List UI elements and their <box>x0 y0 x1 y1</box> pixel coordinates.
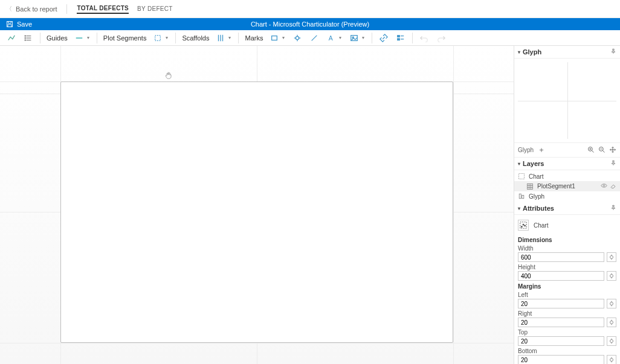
width-input[interactable] <box>518 252 604 262</box>
divider <box>97 33 97 43</box>
bind-button[interactable] <box>607 271 616 281</box>
mark-line-button[interactable] <box>308 33 321 43</box>
mark-text-button[interactable]: A▾ <box>325 33 344 43</box>
svg-text:A: A <box>329 34 333 41</box>
tab-by-defect[interactable]: BY DEFECT <box>137 4 173 13</box>
region-icon <box>153 34 162 42</box>
pin-button[interactable] <box>610 160 616 167</box>
attributes-object: Chart <box>518 217 616 234</box>
back-label: Back to report <box>16 5 57 13</box>
glyph-canvas[interactable] <box>514 59 620 143</box>
save-icon <box>6 21 13 28</box>
svg-rect-45 <box>522 196 524 199</box>
erase-button[interactable] <box>610 182 616 190</box>
bind-button[interactable] <box>607 252 616 262</box>
guide-line <box>0 343 514 343</box>
visibility-toggle[interactable] <box>601 182 607 190</box>
layer-glyph[interactable]: Glyph <box>514 191 620 201</box>
pin-button[interactable] <box>610 205 616 212</box>
bind-icon <box>609 319 615 325</box>
margin-bottom-input[interactable] <box>518 355 604 364</box>
mark-symbol-button[interactable] <box>291 33 304 43</box>
dimensions-heading: Dimensions <box>518 237 616 243</box>
height-label: Height <box>518 264 616 270</box>
svg-point-65 <box>610 359 613 362</box>
width-label: Width <box>518 245 616 252</box>
layer-plotsegment1[interactable]: PlotSegment1 <box>514 181 620 191</box>
zoom-out-icon <box>598 146 605 153</box>
svg-point-15 <box>296 36 299 39</box>
marks-label: Marks <box>244 34 264 42</box>
svg-point-56 <box>610 302 613 305</box>
layer-chart[interactable]: Chart <box>514 171 620 181</box>
glyph-panel-header: ▾Glyph <box>514 46 620 59</box>
zoom-fit-button[interactable] <box>609 146 616 155</box>
margin-top-input[interactable] <box>518 336 604 346</box>
add-glyph-button[interactable]: ＋ <box>538 145 545 154</box>
bind-button[interactable] <box>607 299 616 308</box>
object-label: Chart <box>534 222 548 229</box>
back-to-report-link[interactable]: 〈 Back to report <box>6 5 57 13</box>
height-input[interactable] <box>518 271 604 281</box>
layers-list: Chart PlotSegment1 Glyph <box>514 170 620 202</box>
chart-icon <box>518 173 525 180</box>
toolbar: Guides ▾ Plot Segments ▾ Scaffolds ▾ Mar… <box>0 30 620 46</box>
bind-button[interactable] <box>607 355 616 364</box>
chevron-left-icon: 〈 <box>6 5 12 13</box>
scaffold-button[interactable]: ▾ <box>214 33 233 43</box>
divider <box>372 33 372 43</box>
chart-bounds[interactable] <box>60 81 453 343</box>
link-button[interactable] <box>377 33 390 43</box>
layer-label: Chart <box>529 173 543 180</box>
text-icon: A <box>327 34 335 42</box>
guides-line-button[interactable]: ▾ <box>73 33 92 43</box>
svg-rect-1 <box>8 22 11 24</box>
plot-segment-region-button[interactable]: ▾ <box>151 33 170 43</box>
save-label: Save <box>17 21 32 28</box>
scaffolds-label: Scaffolds <box>181 34 210 42</box>
divider <box>175 33 176 43</box>
margin-left-input[interactable] <box>518 299 604 308</box>
bind-button[interactable] <box>607 318 616 327</box>
save-button[interactable]: Save <box>0 18 38 30</box>
margin-right-input[interactable] <box>518 318 604 327</box>
layer-label: PlotSegment1 <box>537 183 575 190</box>
margin-top-label: Top <box>518 329 616 336</box>
plot-segments-label: Plot Segments <box>102 34 148 42</box>
list-tool-button[interactable] <box>22 33 35 43</box>
line-tool-button[interactable] <box>5 33 18 43</box>
pin-button[interactable] <box>610 48 616 56</box>
chevron-down-icon: ▾ <box>228 35 231 40</box>
undo-button[interactable] <box>418 33 431 43</box>
chart-canvas[interactable] <box>0 46 514 364</box>
zoom-in-button[interactable] <box>587 146 595 155</box>
tab-total-defects[interactable]: TOTAL DEFECTS <box>77 4 129 14</box>
chevron-down-icon: ▾ <box>87 35 89 40</box>
eraser-icon <box>610 182 616 189</box>
mark-image-button[interactable]: ▾ <box>347 33 367 43</box>
margins-heading: Margins <box>518 283 616 290</box>
attributes-body: Chart Dimensions Width Height Margins Le… <box>514 215 620 364</box>
mark-rect-button[interactable]: ▾ <box>268 33 287 43</box>
chevron-down-icon: ▾ <box>166 35 168 40</box>
svg-rect-44 <box>519 194 521 199</box>
symbol-icon <box>293 34 302 42</box>
svg-point-7 <box>25 37 25 38</box>
layers-title: Layers <box>523 160 544 167</box>
zoom-out-button[interactable] <box>598 146 605 155</box>
grid-icon <box>526 183 534 190</box>
report-crumb-bar: 〈 Back to report TOTAL DEFECTS BY DEFECT <box>0 0 620 18</box>
svg-point-8 <box>25 39 25 40</box>
chevron-down-icon[interactable]: ▾ <box>518 206 520 211</box>
bind-button[interactable] <box>607 336 616 346</box>
svg-rect-24 <box>398 35 400 37</box>
legend-button[interactable] <box>394 33 407 43</box>
list-icon <box>24 34 33 42</box>
svg-line-29 <box>592 150 594 152</box>
chevron-down-icon[interactable]: ▾ <box>518 161 520 167</box>
chevron-down-icon: ▾ <box>362 35 364 40</box>
redo-button[interactable] <box>434 33 448 43</box>
chevron-down-icon[interactable]: ▾ <box>518 49 520 55</box>
layer-label: Glyph <box>529 193 544 200</box>
bind-icon <box>609 338 615 344</box>
